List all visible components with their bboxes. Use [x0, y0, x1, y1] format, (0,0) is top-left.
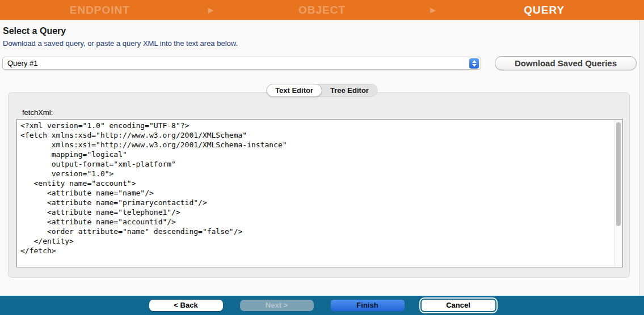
fetchxml-content[interactable]: <?xml version="1.0" encoding="UTF-8"?> <… [17, 120, 614, 267]
fetchxml-textarea[interactable]: <?xml version="1.0" encoding="UTF-8"?> <… [16, 119, 623, 267]
download-saved-queries-button[interactable]: Download Saved Queries [495, 56, 637, 70]
query-editor-groupbox: fetchXml: <?xml version="1.0" encoding="… [8, 92, 630, 278]
step-arrow-icon: ▶ [200, 6, 222, 14]
select-stepper-icon [469, 58, 479, 69]
wizard-step-object: OBJECT [222, 4, 422, 16]
saved-query-select[interactable]: Query #1 [2, 57, 481, 70]
tab-text-editor[interactable]: Text Editor [266, 84, 322, 97]
page-subtitle: Download a saved query, or paste a query… [3, 39, 238, 48]
step-arrow-icon: ▶ [422, 6, 444, 14]
window-scrollbar[interactable] [639, 20, 644, 296]
editor-scrollbar-thumb[interactable] [616, 122, 621, 226]
tab-tree-editor[interactable]: Tree Editor [322, 84, 377, 96]
next-button[interactable]: Next > [240, 300, 314, 311]
back-button[interactable]: < Back [149, 300, 223, 311]
wizard-button-bar: < Back Next > Finish Cancel [0, 296, 644, 315]
chevron-down-icon [472, 64, 477, 67]
editor-vertical-scrollbar[interactable] [614, 120, 622, 266]
page-title: Select a Query [3, 26, 66, 36]
finish-button[interactable]: Finish [331, 300, 405, 311]
wizard-step-endpoint: ENDPOINT [0, 4, 200, 16]
saved-query-selected-value: Query #1 [3, 59, 469, 67]
wizard-step-query: QUERY [444, 4, 644, 16]
cancel-button[interactable]: Cancel [422, 300, 495, 311]
editor-tab-bar: Text Editor Tree Editor [266, 84, 378, 97]
fetchxml-label: fetchXml: [22, 108, 53, 117]
wizard-step-bar: ENDPOINT ▶ OBJECT ▶ QUERY [0, 0, 644, 20]
chevron-up-icon [472, 60, 477, 63]
